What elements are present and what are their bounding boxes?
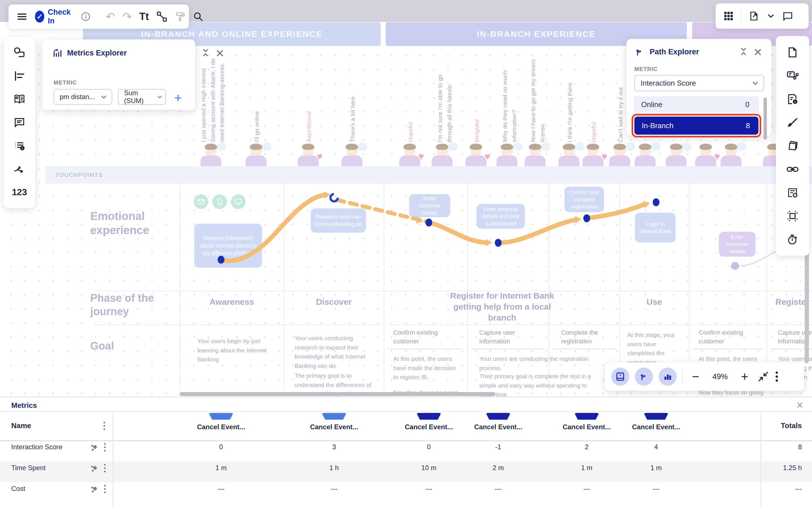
mobile-touchpoint-icon[interactable] (212, 194, 227, 209)
info-icon[interactable] (80, 11, 91, 22)
doc-settings-icon[interactable] (782, 182, 803, 203)
path-option-online[interactable]: Online 0 (634, 96, 759, 113)
table-cell[interactable]: 0 (403, 443, 454, 451)
table-cell[interactable]: 0 (196, 443, 246, 451)
column-header-event[interactable]: Cancel Event... (309, 422, 359, 432)
paint-roller-icon[interactable] (175, 11, 186, 22)
desktop-touchpoint-icon[interactable] (231, 194, 246, 209)
zoom-level[interactable]: 49% (708, 372, 732, 381)
table-cell[interactable]: --- (309, 485, 359, 493)
toggle-metrics-explorer-button[interactable] (659, 368, 677, 386)
event-column-pill[interactable] (644, 413, 668, 420)
metric-select[interactable]: pm distan... (54, 89, 112, 105)
redo-icon[interactable]: ↷ (123, 10, 132, 23)
table-cell[interactable]: 1 m (561, 464, 612, 472)
sidebar-metrics-123[interactable]: 123 (9, 182, 30, 203)
check-in-button[interactable]: ✓ Check In (35, 8, 73, 25)
search-icon[interactable] (193, 11, 204, 22)
table-cell[interactable]: 4 (631, 443, 681, 451)
event-column-pill[interactable] (574, 413, 599, 420)
phase-discover[interactable]: Discover (284, 296, 384, 307)
event-column-pill[interactable] (322, 413, 347, 420)
table-cell[interactable]: 2 (561, 443, 612, 451)
page-icon[interactable] (782, 42, 803, 62)
journey-card[interactable]: Enter personal details and pick a passwo… (476, 204, 525, 229)
link-icon[interactable] (782, 159, 803, 179)
sidebar-storyboard-icon[interactable] (9, 89, 30, 109)
table-cell[interactable]: --- (473, 485, 523, 493)
table-cell[interactable]: --- (403, 485, 454, 493)
export-icon[interactable] (748, 10, 760, 22)
table-cell[interactable]: --- (196, 485, 246, 493)
copy-icon[interactable] (782, 136, 803, 156)
hamburger-menu-icon[interactable] (16, 11, 28, 22)
collapse-panel-icon[interactable] (739, 47, 748, 56)
toggle-path-explorer-button[interactable] (635, 368, 653, 386)
stopwatch-icon[interactable] (782, 229, 803, 249)
name-header-kebab-icon[interactable] (103, 421, 106, 431)
email-touchpoint-icon[interactable] (194, 194, 208, 209)
journey-card[interactable]: Research what can Internet Banking do (311, 209, 366, 233)
phase-register[interactable]: Register for Internet Bank getting help … (443, 290, 561, 323)
brush-icon[interactable] (782, 112, 803, 133)
column-header-event[interactable]: Cancel Event... (196, 422, 246, 432)
table-cell[interactable]: --- (561, 485, 612, 493)
row-kebab-icon[interactable] (103, 442, 107, 452)
sidebar-lanes-icon[interactable] (9, 66, 30, 86)
close-panel-icon[interactable]: ✕ (215, 47, 224, 60)
row-name[interactable]: Cost (11, 485, 25, 493)
card-flow-icon[interactable] (782, 66, 803, 86)
sidebar-persona-icon[interactable] (9, 43, 30, 63)
add-metric-button[interactable]: + (174, 90, 182, 105)
panel-scrollbar[interactable] (763, 98, 767, 140)
journey-card[interactable]: Receive information about Internet Banki… (194, 224, 262, 268)
phase-awareness[interactable]: Awareness (180, 296, 284, 307)
comments-icon[interactable] (782, 10, 794, 22)
zoom-in-button[interactable]: + (738, 370, 752, 384)
row-kebab-icon[interactable] (103, 484, 107, 494)
chevron-down-icon[interactable] (766, 11, 775, 20)
undo-icon[interactable]: ↶ (106, 10, 115, 23)
row-name[interactable]: Interaction Score (11, 443, 62, 451)
table-cell[interactable]: 1 m (196, 464, 246, 472)
sidebar-path-icon[interactable] (9, 159, 30, 179)
table-cell[interactable]: 10 m (403, 464, 454, 472)
event-column-pill[interactable] (209, 413, 234, 420)
sidebar-list-info-icon[interactable] (9, 136, 30, 156)
toggle-metrics-panel-button[interactable] (611, 368, 629, 386)
column-header-event[interactable]: Cancel Event... (403, 422, 454, 432)
journey-card[interactable]: Login to Internat Bank (635, 213, 675, 242)
doc-info-icon[interactable] (782, 89, 803, 109)
journey-card[interactable]: Enter customer details (719, 232, 756, 257)
table-cell[interactable]: 2 m (473, 464, 523, 472)
phase-use[interactable]: Use (619, 296, 689, 307)
table-cell[interactable]: --- (631, 485, 681, 493)
table-cell[interactable]: 1 m (631, 464, 681, 472)
text-tool-icon[interactable]: Tt (139, 11, 149, 22)
column-header-event[interactable]: Cancel Event... (561, 422, 612, 432)
frame-select-icon[interactable] (782, 206, 803, 226)
column-header-event[interactable]: Cancel Event... (631, 422, 681, 432)
close-metrics-panel-icon[interactable]: ✕ (796, 400, 804, 411)
apps-grid-icon[interactable] (723, 10, 734, 22)
zoom-out-button[interactable]: − (689, 370, 703, 384)
sidebar-comment-icon[interactable] (9, 112, 30, 133)
aggregation-select[interactable]: Sum (SUM) (118, 89, 166, 105)
event-column-pill[interactable] (486, 413, 511, 420)
path-option-in-branch[interactable]: In-Branch 8 (635, 117, 758, 135)
close-panel-icon[interactable]: ✕ (753, 46, 762, 59)
table-cell[interactable]: 1 h (309, 464, 359, 472)
event-column-pill[interactable] (416, 413, 441, 420)
path-metric-select[interactable]: Interaction Score (635, 75, 764, 91)
row-name[interactable]: Time Spent (11, 464, 46, 472)
row-kebab-icon[interactable] (103, 463, 107, 473)
table-cell[interactable]: 3 (309, 443, 359, 451)
table-cell[interactable]: -1 (473, 443, 523, 451)
collapse-panel-icon[interactable] (201, 48, 210, 57)
column-header-event[interactable]: Cancel Event... (473, 422, 523, 432)
canvas-horizontal-scrollbar[interactable] (180, 392, 495, 396)
journey-card[interactable]: Confirm and complete registration (564, 187, 604, 212)
fit-to-screen-icon[interactable] (757, 371, 769, 383)
more-options-kebab-icon[interactable] (775, 371, 779, 383)
connector-tool-icon[interactable] (156, 11, 167, 22)
